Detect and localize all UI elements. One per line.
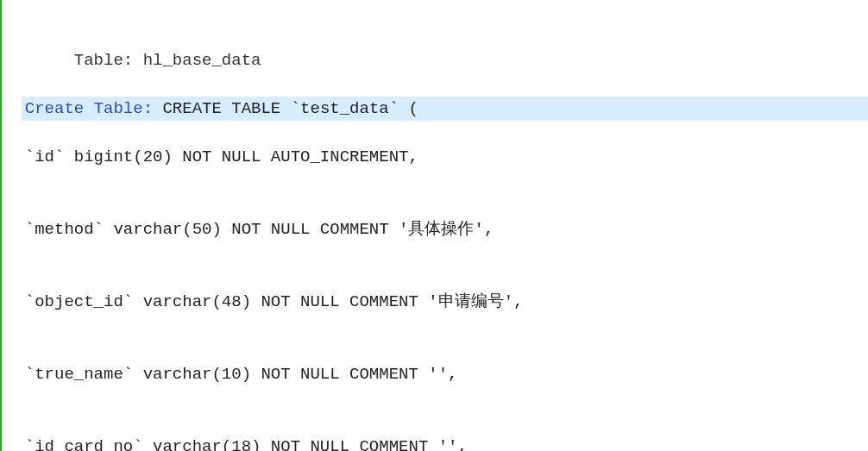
prev-line-partial: Table: hl_base_data xyxy=(2,48,868,72)
col-method: `method` varchar(50) NOT NULL COMMENT '具… xyxy=(2,217,868,241)
mysql-output: Table: hl_base_data Create Table: CREATE… xyxy=(0,0,868,451)
create-table-stmt-open: CREATE TABLE `test_data` ( xyxy=(162,99,418,118)
create-table-header: Create Table: CREATE TABLE `test_data` ( xyxy=(22,97,868,121)
create-table-label: Create Table: xyxy=(25,99,163,118)
col-object-id: `object_id` varchar(48) NOT NULL COMMENT… xyxy=(2,290,868,314)
col-id: `id` bigint(20) NOT NULL AUTO_INCREMENT, xyxy=(2,145,868,169)
col-id-card-no: `id_card_no` varchar(18) NOT NULL COMMEN… xyxy=(2,435,868,451)
col-true-name: `true_name` varchar(10) NOT NULL COMMENT… xyxy=(2,362,868,386)
